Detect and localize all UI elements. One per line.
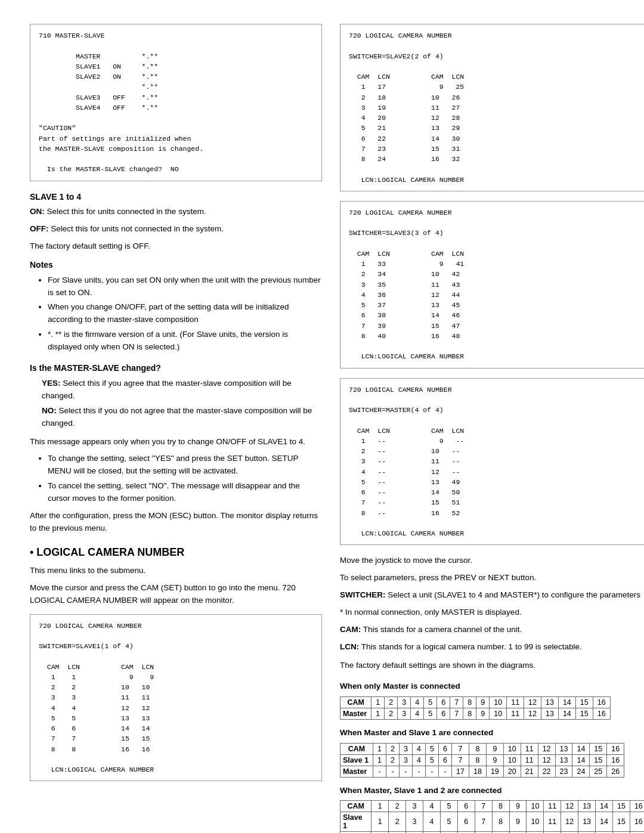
code-line: 4 20 12 28: [349, 113, 639, 123]
th-6: 6: [437, 696, 450, 708]
slave1-label-b: Slave 1: [340, 812, 371, 832]
code-line: 7 -- 15 51: [349, 497, 639, 507]
code-line: [39, 754, 313, 764]
master-row-label: Master: [340, 708, 371, 719]
th-10: 10: [490, 696, 507, 708]
th-1: 1: [371, 696, 385, 708]
m-9: 9: [476, 708, 490, 719]
logical-camera-p1: This menu links to the submenu.: [30, 565, 322, 577]
code-line: 6 -- 14 50: [349, 487, 639, 497]
code-line: [39, 651, 313, 661]
code-line: CAM LCN CAM LCN: [349, 249, 639, 259]
code-line: 1 -- 9 --: [349, 436, 639, 446]
code-line: 3 -- 11 --: [349, 456, 639, 466]
table-header-row-2: CAM 12345678910111213141516: [340, 743, 624, 754]
table-cam-header: CAM: [340, 696, 371, 708]
table-header-row-3: CAM 12345678910111213141516: [340, 801, 645, 812]
m-10: 10: [490, 708, 507, 719]
code-line: CAM LCN CAM LCN: [349, 72, 639, 82]
code-line: [349, 395, 639, 405]
switcher-text: SWITCHER: Select a unit (SLAVE1 to 4 and…: [340, 589, 644, 602]
m-13: 13: [541, 708, 559, 719]
lcn-bold: LCN:: [340, 642, 359, 651]
code-box-slave3: 720 LOGICAL CAMERA NUMBER SWITCHER=SLAVE…: [340, 201, 644, 368]
code-line: [349, 218, 639, 228]
code-line: [39, 113, 313, 123]
lcn-text: LCN: This stands for a logical camera nu…: [340, 641, 644, 654]
code-line: 3 3 11 11: [39, 692, 313, 702]
th-9: 9: [476, 696, 490, 708]
code-line: [349, 164, 639, 174]
yes-label: YES:: [42, 379, 61, 388]
no-label: NO:: [42, 406, 57, 415]
when-master-slave12-heading: When Master, Slave 1 and 2 are connected: [340, 785, 644, 797]
code-line: 5 -- 13 49: [349, 477, 639, 487]
code-line: *.**: [39, 82, 313, 92]
lcn-desc: This stands for a logical camera number.…: [359, 642, 581, 651]
m-7: 7: [450, 708, 463, 719]
table-master-slave12: CAM 12345678910111213141516 Slave 1 1234…: [340, 800, 644, 833]
table-cam-header-3: CAM: [340, 801, 371, 812]
th-8: 8: [463, 696, 476, 708]
code-line: Is the MASTER-SLAVE changed? NO: [39, 164, 313, 174]
master-row-2: Master ------17181920212223242526: [340, 766, 624, 777]
code-line: [39, 631, 313, 641]
code-line: 2 2 10 10: [39, 682, 313, 692]
logical-camera-p2: Move the cursor and press the CAM (SET) …: [30, 582, 322, 607]
table-master-slave1: CAM 12345678910111213141516 Slave 1 1234…: [340, 743, 624, 778]
code-line: [39, 154, 313, 164]
code-line: 8 40 16 48: [349, 331, 639, 341]
cam-text: CAM: This stands for a camera channel of…: [340, 624, 644, 636]
m-1: 1: [371, 708, 385, 719]
code-line: SWITCHER=SLAVE2(2 of 4): [349, 51, 639, 61]
left-column: 710 MASTER-SLAVE MASTER *.** SLAVE1 ON *…: [30, 24, 322, 833]
code-line: 2 -- 10 --: [349, 446, 639, 456]
th-7: 7: [450, 696, 463, 708]
yes-text: YES: Select this if you agree that the m…: [30, 377, 322, 402]
code-line: [349, 239, 639, 249]
code-line: 8 -- 16 52: [349, 508, 639, 518]
m-5: 5: [424, 708, 437, 719]
code-line: [349, 41, 639, 51]
m-16: 16: [593, 708, 610, 719]
th-15: 15: [575, 696, 593, 708]
switcher-desc: Select a unit (SLAVE1 to 4 and MASTER*) …: [386, 590, 640, 599]
code-line: LCN:LOGICAL CAMERA NUMBER: [39, 764, 313, 775]
code-line: LCN:LOGICAL CAMERA NUMBER: [349, 351, 639, 361]
m-14: 14: [558, 708, 575, 719]
code-line: MASTER *.**: [39, 51, 313, 61]
m-11: 11: [507, 708, 524, 719]
code-line: 5 5 13 13: [39, 713, 313, 723]
code-line: 720 LOGICAL CAMERA NUMBER: [349, 208, 639, 218]
code-line: 8 8 16 16: [39, 744, 313, 754]
code-line: 5 21 13 29: [349, 123, 639, 133]
code-line: [39, 41, 313, 51]
when-only-master-heading: When only Master is connected: [340, 680, 644, 693]
th-11: 11: [507, 696, 524, 708]
code-line: 4 36 12 44: [349, 290, 639, 300]
m-6: 6: [437, 708, 450, 719]
master-note: * In normal connection, only MASTER is d…: [340, 606, 644, 619]
code-line: Part of settings are initialized when: [39, 134, 313, 144]
code-line: SWITCHER=SLAVE1(1 of 4): [39, 641, 313, 651]
code-line: 1 33 9 41: [349, 259, 639, 269]
slave-on-text: ON: Select this for units connected in t…: [30, 206, 322, 218]
code-line: 720 LOGICAL CAMERA NUMBER: [39, 621, 313, 631]
code-line: 4 4 12 12: [39, 703, 313, 713]
code-line: LCN:LOGICAL CAMERA NUMBER: [349, 528, 639, 538]
m-4: 4: [411, 708, 424, 719]
code-line: 720 LOGICAL CAMERA NUMBER: [349, 30, 639, 41]
code-line: CAM LCN CAM LCN: [39, 662, 313, 672]
master-slave-heading: Is the MASTER-SLAVE changed?: [30, 362, 322, 375]
code-line: 3 35 11 43: [349, 280, 639, 290]
master-label-2: Master: [340, 766, 373, 777]
table-header-row: CAM 12345678910111213141516: [340, 696, 611, 708]
bullets2-list: To change the setting, select "YES" and …: [30, 453, 322, 505]
code-line: 8 24 16 32: [349, 154, 639, 164]
slave-off-text: OFF: Select this for units not connected…: [30, 223, 322, 236]
code-box-slave2: 720 LOGICAL CAMERA NUMBER SWITCHER=SLAVE…: [340, 24, 644, 191]
code-line: [349, 518, 639, 528]
notes-item-3: *. ** is the firmware version of a unit.…: [48, 329, 322, 354]
th-4: 4: [411, 696, 424, 708]
no-text: NO: Select this if you do not agree that…: [30, 405, 322, 430]
